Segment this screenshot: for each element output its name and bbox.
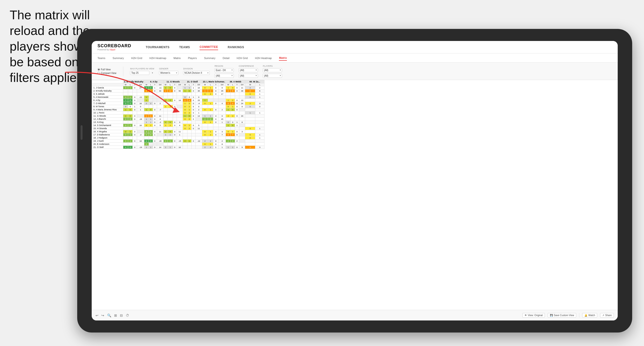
matrix-cell: 4 [218, 102, 226, 105]
sub-nav-h2h-grid-2[interactable]: H2H Grid [237, 56, 248, 60]
compact-view-radio[interactable]: Compact View [98, 72, 116, 74]
sub-nav-matrix-1[interactable]: Matrix [174, 56, 181, 60]
matrix-cell [157, 136, 164, 140]
matrix-cell: 2 [144, 133, 149, 136]
division-select-wrapper[interactable]: NCAA Division II NCAA Division I NCAA Di… [183, 70, 210, 75]
players-select-wrapper[interactable]: (All) [263, 68, 282, 72]
region-select[interactable]: East - DII West - DII [214, 68, 234, 72]
division-select[interactable]: NCAA Division II NCAA Division I NCAA Di… [183, 71, 210, 75]
gender-select-wrapper[interactable]: Women's Men's Both [159, 70, 178, 75]
clock-icon[interactable]: ⏱ [126, 314, 129, 317]
gender-select[interactable]: Women's Men's Both [159, 71, 178, 75]
matrix-cell: 1 [144, 108, 149, 111]
matrix-cell [128, 136, 132, 140]
matrix-area[interactable]: 2. M Kelly Mulcahy 6. A Dy 11. G Woods 2… [92, 80, 618, 310]
matrix-cell: 1 [218, 121, 226, 124]
players-select[interactable]: (All) [263, 68, 282, 72]
matrix-cell [191, 146, 196, 149]
players-sub-select[interactable]: (All) [263, 74, 282, 78]
conference-sub-select-wrapper[interactable]: (All) [239, 73, 258, 78]
matrix-cell [230, 136, 235, 140]
region-filter: Region East - DII West - DII (All) [214, 65, 234, 78]
matrix-cell [164, 108, 168, 111]
nav-tournaments[interactable]: TOURNAMENTS [146, 45, 170, 50]
region-select-wrapper[interactable]: East - DII West - DII [214, 68, 234, 72]
region-sub-select[interactable]: (All) [214, 74, 234, 78]
matrix-cell: 1 [183, 89, 188, 93]
full-view-radio[interactable]: Full View [98, 68, 116, 71]
filter-icon[interactable]: ⊞ [114, 314, 117, 317]
matrix-cell: 0 [235, 99, 239, 102]
sh-w4: W [183, 83, 188, 86]
sub-nav-summary-2[interactable]: Summary [204, 56, 216, 60]
matrix-sub-header-name [92, 83, 123, 86]
redo-icon[interactable]: ↪ [101, 314, 104, 317]
share-btn[interactable]: ↗ Share [600, 313, 614, 318]
matrix-cell: 1 [208, 86, 213, 89]
nav-committee[interactable]: COMMITTEE [200, 44, 218, 50]
matrix-cell: 0 [226, 133, 231, 136]
sub-nav-summary[interactable]: Summary [112, 56, 124, 60]
max-players-select-wrapper[interactable]: Top 25 Top 10 Top 50 All [130, 70, 154, 75]
save-custom-view-btn[interactable]: 💾 Save Custom View [548, 313, 576, 318]
matrix-cell: 0 [213, 130, 218, 133]
sub-nav-h2h-heatmap-2[interactable]: H2H Heatmap [255, 56, 272, 60]
players-sub-select-wrapper[interactable]: (All) [263, 73, 282, 78]
max-players-select[interactable]: Top 25 Top 10 Top 50 All [130, 71, 149, 75]
matrix-cell: 1 [144, 121, 149, 124]
matrix-cell: 1 [144, 96, 149, 99]
matrix-cell: 0 [235, 133, 239, 136]
region-sub-select-wrapper[interactable]: (All) [214, 73, 234, 78]
sub-nav-h2h-heatmap[interactable]: H2H Heatmap [149, 56, 166, 60]
player-name-cell: 12. A Bianchi [92, 118, 123, 121]
matrix-cell: 0 [226, 121, 231, 124]
matrix-cell: 1 [213, 146, 218, 149]
sh-l5: L [208, 83, 213, 86]
conference-sub-select[interactable]: (All) [239, 74, 258, 78]
conference-select-wrapper[interactable]: (All) [239, 68, 258, 72]
sub-nav-h2h-grid[interactable]: H2H Grid [131, 56, 142, 60]
matrix-cell: 2 [168, 105, 173, 108]
view-original-btn[interactable]: 👁 View: Original [522, 313, 545, 318]
matrix-cell: 2 [230, 99, 235, 102]
sub-nav-matrix-active[interactable]: Matrix [279, 55, 287, 61]
matrix-cell: 1 [149, 121, 153, 124]
matrix-cell [226, 143, 231, 146]
undo-icon[interactable]: ↩ [96, 314, 98, 317]
matrix-cell [176, 105, 183, 108]
matrix-cell [149, 127, 153, 130]
matrix-cell [173, 96, 176, 99]
matrix-cell [191, 130, 196, 133]
sub-nav-teams[interactable]: Teams [98, 56, 105, 60]
matrix-cell: 18 [137, 102, 144, 105]
nav-teams[interactable]: TEAMS [179, 45, 190, 50]
sub-nav-players[interactable]: Players [188, 56, 197, 60]
conference-select[interactable]: (All) [239, 68, 258, 72]
watch-btn[interactable]: 🔔 Watch [582, 313, 597, 318]
sub-nav-detail[interactable]: Detail [223, 56, 230, 60]
matrix-cell: 11 [157, 114, 164, 118]
matrix-cell: 1 [255, 111, 264, 114]
matrix-cell: 1 [202, 89, 208, 93]
matrix-cell [208, 96, 213, 99]
matrix-cell: 0 [173, 130, 176, 133]
matrix-cell: 3 [239, 130, 245, 133]
matrix-cell: 0 [183, 96, 188, 99]
matrix-cell: 2 [208, 146, 213, 149]
matrix-cell: 0 [132, 124, 137, 127]
matrix-cell [132, 127, 137, 130]
settings-icon[interactable]: ⊟ [120, 314, 123, 317]
matrix-cell [208, 124, 213, 127]
sh-d5: Dif [218, 83, 226, 86]
view-icon: 👁 [524, 314, 527, 317]
matrix-cell [176, 114, 183, 118]
matrix-cell: 0 [230, 124, 235, 127]
matrix-cell: 1 [168, 133, 173, 136]
matrix-cell: 1 [183, 86, 188, 89]
matrix-cell: 0 [191, 105, 196, 108]
search-icon[interactable]: 🔍 [107, 314, 111, 317]
matrix-cell: 2 [245, 102, 255, 105]
matrix-cell: 0 [245, 93, 255, 96]
nav-rankings[interactable]: RANKINGS [228, 45, 244, 50]
matrix-cell [137, 111, 144, 114]
